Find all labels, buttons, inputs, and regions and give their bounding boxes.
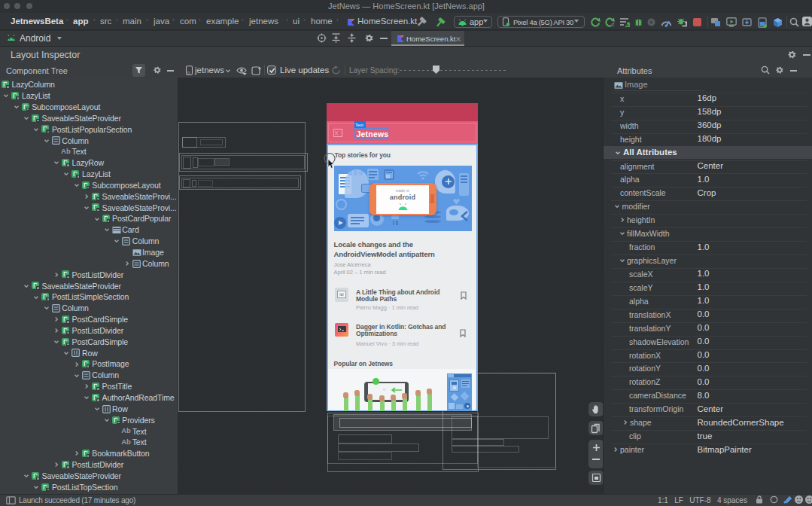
- svg-text:D: D: [187, 71, 190, 75]
